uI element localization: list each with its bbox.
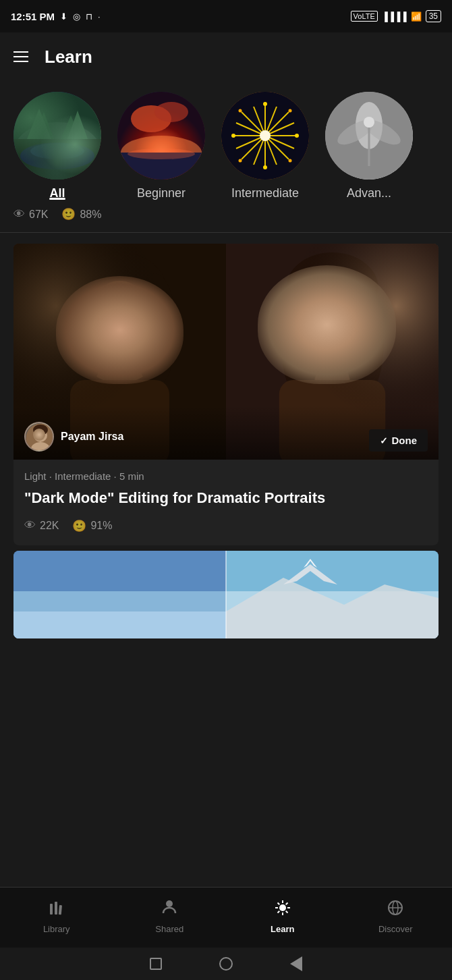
advanced-category-svg — [325, 92, 413, 180]
nav-discover-label: Discover — [378, 924, 413, 934]
library-icon — [47, 898, 66, 921]
nav-library-label: Library — [43, 924, 70, 934]
spacer — [0, 644, 452, 737]
svg-rect-82 — [13, 611, 226, 638]
header: Learn — [0, 32, 452, 81]
signal-icon: ▐▐▐▐ — [382, 11, 407, 22]
svg-marker-5 — [61, 115, 81, 139]
beginner-category-svg — [117, 92, 205, 180]
nav-library[interactable]: Library — [0, 894, 113, 934]
svg-point-51 — [81, 274, 159, 366]
menu-line-3 — [13, 61, 28, 62]
author-name: Payam Jirsa — [61, 431, 123, 443]
triangle-icon — [290, 956, 302, 971]
svg-line-98 — [277, 903, 279, 905]
card-landscape-partial[interactable] — [13, 551, 439, 638]
svg-point-55 — [88, 281, 152, 359]
category-advanced[interactable]: Advan... — [325, 92, 413, 200]
card-image: Payam Jirsa ✓ Done — [13, 244, 439, 460]
done-label: Done — [392, 435, 418, 446]
card-views-stat: 👁 22K — [24, 519, 59, 533]
landscape-svg — [13, 551, 439, 638]
svg-point-7 — [20, 142, 94, 169]
category-advanced-label: Advan... — [347, 186, 391, 200]
discover-icon — [386, 898, 405, 921]
divider — [0, 232, 452, 233]
learn-icon — [273, 898, 292, 921]
wifi-icon: 📶 — [411, 11, 422, 22]
page-title: Learn — [45, 47, 92, 67]
card-dark-mode[interactable]: Payam Jirsa ✓ Done Light · Intermediate … — [13, 244, 439, 545]
card-body: Light · Intermediate · 5 min "Dark Mode"… — [13, 460, 439, 545]
card-rating-value: 91% — [90, 520, 112, 532]
battery-icon: 35 — [426, 10, 441, 22]
category-beginner-image — [117, 92, 205, 180]
svg-point-67 — [312, 306, 324, 313]
headphone-icon: ⊓ — [86, 11, 92, 22]
whatsapp-icon: ◎ — [73, 11, 80, 22]
svg-marker-3 — [34, 112, 54, 139]
lte-icon: VoLTE — [351, 11, 378, 22]
svg-point-56 — [100, 306, 111, 313]
svg-point-0 — [13, 92, 101, 180]
svg-point-37 — [289, 159, 292, 163]
rating-icon-2: 🙂 — [72, 519, 86, 533]
intermediate-category-svg — [221, 92, 309, 180]
card-title: "Dark Mode" Editing for Dramatic Portrai… — [24, 489, 428, 508]
top-rating-value: 88% — [80, 209, 101, 221]
svg-point-12 — [154, 102, 188, 122]
top-views-stat: 👁 67K — [13, 208, 48, 221]
svg-point-34 — [263, 102, 267, 106]
nav-discover[interactable]: Discover — [339, 894, 453, 934]
svg-point-15 — [128, 148, 195, 159]
category-all[interactable]: All — [13, 92, 101, 200]
svg-marker-6 — [67, 111, 88, 139]
svg-point-61 — [283, 263, 382, 384]
menu-button[interactable] — [13, 51, 28, 62]
svg-point-69 — [318, 306, 321, 309]
menu-line-2 — [13, 56, 28, 57]
svg-point-92 — [166, 900, 173, 907]
views-icon: 👁 — [13, 208, 25, 221]
category-beginner-label: Beginner — [137, 186, 186, 200]
category-scroll[interactable]: All — [0, 81, 452, 207]
system-nav — [0, 948, 452, 980]
svg-marker-4 — [27, 109, 51, 139]
top-card-stats-partial: 👁 67K 🙂 88% — [0, 207, 452, 229]
checkmark-icon: ✓ — [380, 435, 388, 446]
svg-point-72 — [322, 337, 343, 346]
svg-rect-2 — [13, 139, 101, 180]
card-stats: 👁 22K 🙂 91% — [24, 519, 428, 533]
download-icon: ⬇ — [60, 11, 67, 22]
category-all-image — [13, 92, 101, 180]
nav-shared[interactable]: Shared — [113, 894, 227, 934]
svg-point-40 — [231, 134, 235, 138]
avatar-svg — [26, 423, 54, 452]
done-badge[interactable]: ✓ Done — [369, 429, 428, 452]
svg-point-57 — [128, 306, 140, 313]
home-button[interactable] — [218, 956, 234, 972]
menu-line-1 — [13, 51, 28, 53]
category-beginner[interactable]: Beginner — [117, 92, 205, 200]
card-meta: Light · Intermediate · 5 min — [24, 470, 428, 482]
svg-point-41 — [239, 109, 242, 113]
svg-point-71 — [327, 323, 338, 331]
author-avatar — [24, 422, 54, 452]
svg-point-8 — [30, 143, 84, 159]
svg-rect-90 — [55, 902, 57, 915]
svg-point-39 — [239, 159, 242, 163]
svg-point-66 — [304, 277, 361, 348]
svg-point-68 — [341, 306, 352, 313]
svg-rect-89 — [50, 904, 53, 915]
back-button[interactable] — [288, 956, 304, 972]
category-intermediate[interactable]: Intermediate — [221, 92, 309, 200]
svg-point-38 — [263, 165, 267, 169]
top-views-count: 67K — [29, 209, 48, 221]
category-intermediate-image — [221, 92, 309, 180]
svg-point-36 — [295, 134, 299, 138]
nav-learn[interactable]: Learn — [226, 894, 339, 934]
svg-point-79 — [26, 423, 54, 452]
card-rating-stat: 🙂 91% — [72, 519, 112, 533]
card-overlay: Payam Jirsa ✓ Done — [13, 406, 439, 460]
recent-apps-button[interactable] — [148, 956, 164, 972]
